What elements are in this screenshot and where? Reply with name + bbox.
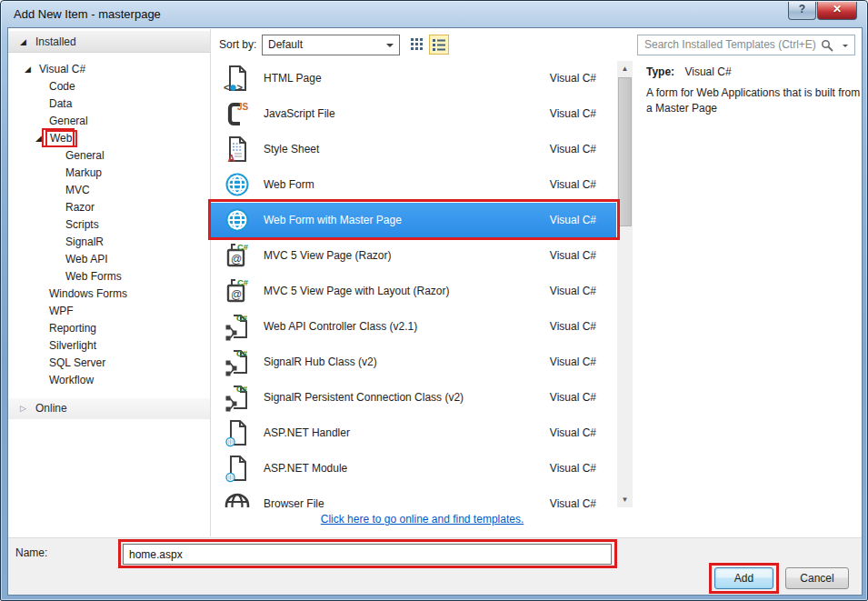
search-input[interactable]: Search Installed Templates (Ctrl+E) — [637, 35, 855, 55]
template-item-web-form-with-master-page[interactable]: Web Form with Master PageVisual C# — [211, 203, 616, 238]
tree-item-label: Visual C# — [39, 63, 85, 75]
template-item-mvc-5-view-page-razor[interactable]: @C#MVC 5 View Page (Razor)Visual C# — [211, 238, 616, 274]
template-name: Web API Controller Class (v2.1) — [264, 309, 417, 345]
tree-item-silverlight[interactable]: Silverlight — [8, 337, 210, 355]
scroll-up-icon[interactable]: ▲ — [617, 61, 633, 76]
tree-item-data[interactable]: Data — [8, 95, 210, 113]
tree-item-wpf[interactable]: WPF — [8, 303, 210, 320]
web-form-icon — [223, 170, 252, 199]
close-button[interactable]: ✕ — [817, 2, 857, 20]
template-name: MVC 5 View Page with Layout (Razor) — [264, 274, 450, 309]
tree-item-label: Razor — [65, 201, 95, 214]
template-item-html-page[interactable]: <>HTML PageVisual C# — [211, 61, 616, 96]
tree-item-web[interactable]: ◢Web — [8, 130, 210, 147]
search-options-caret-icon[interactable] — [843, 45, 848, 50]
template-language: Visual C# — [550, 345, 596, 380]
installed-header[interactable]: ◢ Installed — [8, 31, 210, 53]
template-language: Visual C# — [550, 274, 596, 309]
scrollbar-thumb[interactable] — [618, 77, 632, 226]
add-button[interactable]: Add — [714, 567, 773, 589]
tree-item-label: SQL Server — [49, 356, 105, 369]
scroll-down-icon[interactable]: ▼ — [617, 492, 633, 507]
template-name: ASP.NET Module — [264, 451, 347, 486]
tree-item-code[interactable]: Code — [8, 78, 210, 95]
online-header[interactable]: ▷ Online — [8, 398, 210, 419]
name-label: Name: — [15, 546, 47, 559]
tree-item-workflow[interactable]: Workflow — [8, 372, 210, 389]
template-item-asp-net-module[interactable]: ASP.NET ModuleVisual C# — [211, 451, 616, 486]
template-name: Browser File — [264, 486, 324, 507]
tree-item-web-api[interactable]: Web API — [8, 251, 210, 268]
expanded-arrow-icon[interactable]: ◢ — [35, 130, 42, 147]
svg-text:@: @ — [231, 253, 242, 265]
sort-by-dropdown[interactable]: Default — [262, 35, 400, 55]
small-icons-icon — [411, 38, 424, 51]
web-form-icon — [223, 205, 252, 235]
tree-item-general[interactable]: General — [8, 147, 210, 165]
sort-by-label: Sort by: — [219, 38, 256, 51]
template-item-browser-file[interactable]: Browser FileVisual C# — [211, 486, 616, 507]
cancel-button[interactable]: Cancel — [785, 567, 849, 589]
template-language: Visual C# — [550, 96, 596, 132]
tree-item-label: Workflow — [49, 374, 94, 386]
tree-item-sql-server[interactable]: SQL Server — [8, 355, 210, 372]
template-item-signalr-hub-class-v2[interactable]: C#SignalR Hub Class (v2)Visual C# — [211, 345, 616, 380]
template-language: Visual C# — [550, 61, 596, 96]
tree-item-label: Web Forms — [65, 270, 122, 283]
small-icons-view-button[interactable] — [407, 35, 427, 55]
template-name: SignalR Hub Class (v2) — [264, 345, 377, 380]
name-input[interactable] — [123, 544, 612, 565]
tree-item-label: Data — [49, 97, 72, 110]
tree-item-label: General — [49, 115, 88, 127]
tree-item-windows-forms[interactable]: Windows Forms — [8, 285, 210, 303]
tree-item-label: Web — [45, 130, 77, 147]
tree-item-mvc[interactable]: MVC — [8, 182, 210, 199]
style-sheet-icon: A — [223, 135, 252, 164]
list-view-button[interactable] — [429, 35, 449, 55]
expanded-arrow-icon[interactable]: ◢ — [25, 61, 31, 78]
tree-item-signalr[interactable]: SignalR — [8, 234, 210, 251]
search-placeholder: Search Installed Templates (Ctrl+E) — [644, 38, 816, 51]
svg-text:C#: C# — [236, 384, 248, 394]
template-language: Visual C# — [550, 132, 596, 167]
tree-item-general[interactable]: General — [8, 113, 210, 130]
aspnet-file-icon — [223, 454, 252, 483]
template-name: SignalR Persistent Connection Class (v2) — [264, 380, 464, 416]
category-tree: ◢Visual C#CodeDataGeneral◢WebGeneralMark… — [8, 61, 210, 389]
template-name: ASP.NET Handler — [264, 416, 350, 451]
template-language: Visual C# — [550, 380, 596, 416]
template-name: MVC 5 View Page (Razor) — [264, 238, 392, 274]
template-language: Visual C# — [550, 416, 596, 451]
tree-item-scripts[interactable]: Scripts — [8, 216, 210, 234]
tree-item-label: Silverlight — [49, 339, 96, 352]
help-button[interactable]: ? — [788, 2, 816, 20]
collapsed-arrow-icon: ▷ — [20, 398, 26, 419]
tree-item-visual-c[interactable]: ◢Visual C# — [8, 61, 210, 78]
svg-text:JS: JS — [237, 102, 249, 112]
tree-item-reporting[interactable]: Reporting — [8, 320, 210, 337]
sort-by-value: Default — [268, 38, 303, 51]
svg-text:@: @ — [231, 288, 242, 301]
template-item-signalr-persistent-connection-class-v2[interactable]: C#SignalR Persistent Connection Class (v… — [211, 380, 616, 416]
tree-item-razor[interactable]: Razor — [8, 199, 210, 216]
template-language: Visual C# — [550, 238, 596, 274]
template-item-mvc-5-view-page-with-layout-razor[interactable]: @C#MVC 5 View Page with Layout (Razor)Vi… — [211, 274, 616, 309]
tree-item-markup[interactable]: Markup — [8, 165, 210, 182]
window-title: Add New Item - masterpage — [14, 7, 161, 21]
aspnet-file-icon — [223, 418, 252, 447]
svg-text:C#: C# — [236, 348, 248, 358]
template-item-javascript-file[interactable]: JSJavaScript FileVisual C# — [211, 96, 616, 132]
template-name: Web Form with Master Page — [264, 203, 402, 238]
list-scrollbar[interactable]: ▲ ▼ — [617, 61, 633, 507]
template-item-style-sheet[interactable]: AStyle SheetVisual C# — [211, 132, 616, 167]
list-view-icon — [433, 38, 445, 51]
template-item-web-api-controller-class-v2-1[interactable]: C#Web API Controller Class (v2.1)Visual … — [211, 309, 616, 345]
template-item-web-form[interactable]: Web FormVisual C# — [211, 167, 616, 203]
tree-item-web-forms[interactable]: Web Forms — [8, 268, 210, 285]
installed-header-label: Installed — [35, 31, 76, 53]
template-item-asp-net-handler[interactable]: ASP.NET HandlerVisual C# — [211, 416, 616, 451]
template-name: HTML Page — [264, 61, 322, 96]
javascript-file-icon: JS — [223, 99, 252, 128]
go-online-link[interactable]: Click here to go online and find templat… — [321, 513, 524, 526]
tree-item-label: MVC — [65, 184, 90, 196]
